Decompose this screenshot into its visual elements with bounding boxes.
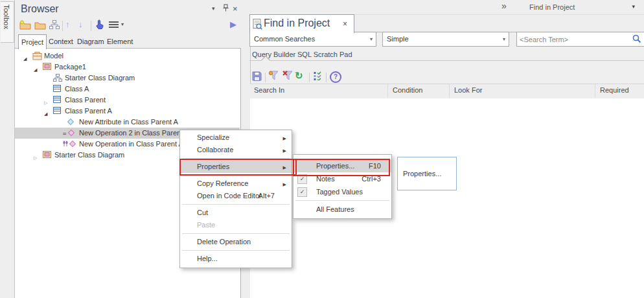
common-searches-select[interactable]: Common Searches ▾ xyxy=(249,32,376,47)
tree-item-model[interactable]: ◢ Model xyxy=(15,51,240,62)
refresh-icon[interactable]: ↻ xyxy=(295,70,303,82)
move-up-icon[interactable]: ↑ xyxy=(65,19,70,29)
class-icon xyxy=(53,85,61,92)
search-input[interactable] xyxy=(518,33,628,45)
close-icon[interactable]: × xyxy=(233,4,238,14)
menu-separator xyxy=(182,233,290,234)
tab-element[interactable]: Element xyxy=(107,38,133,45)
toolbar-separator xyxy=(62,21,63,31)
tab-diagram[interactable]: Diagram xyxy=(77,38,104,45)
submenu-arrow-icon: ▶ xyxy=(283,132,286,144)
menu-item-label: Paste xyxy=(197,221,215,229)
find-panel-header: » Find in Project ▾ xyxy=(249,0,644,15)
diagram-view-icon[interactable] xyxy=(49,20,60,29)
find-panel-header-title: Find in Project xyxy=(529,3,575,11)
browser-panel-title: Browser xyxy=(21,3,59,15)
tree-item-label: New Operation in Class Parent A xyxy=(79,139,183,150)
tree-item-new-attribute[interactable]: New Attribute in Class Parent A xyxy=(15,117,240,128)
open-folder-icon[interactable] xyxy=(34,20,46,30)
tab-find-in-project[interactable]: Find in Project × xyxy=(249,14,354,33)
search-mode-select[interactable]: Simple ▾ xyxy=(382,32,509,47)
model-icon xyxy=(32,52,42,60)
column-search-in[interactable]: Search In xyxy=(254,86,284,94)
tree-item-label: Package1 xyxy=(54,62,86,73)
validate-list-icon[interactable] xyxy=(314,71,323,80)
submenu-item-all-features[interactable]: All Features xyxy=(293,203,391,216)
column-divider xyxy=(449,84,450,98)
submenu-item-tagged-values[interactable]: ✓ Tagged Values xyxy=(293,185,391,198)
menu-item-specialize[interactable]: Specialize ▶ xyxy=(180,132,292,144)
tab-project[interactable]: Project xyxy=(18,34,47,49)
selected-value: Simple xyxy=(387,32,409,46)
tree-item-starter-class-diagram[interactable]: Starter Class Diagram xyxy=(15,73,240,84)
tooltip-label: Properties... xyxy=(403,170,441,178)
menu-item-label: Copy Reference xyxy=(197,179,249,187)
menu-item-label: Delete Operation xyxy=(197,238,251,246)
new-package-icon[interactable] xyxy=(19,20,31,30)
locate-hand-icon[interactable] xyxy=(95,19,105,30)
package-icon xyxy=(43,151,51,158)
toolbar-separator xyxy=(265,73,266,82)
tree-item-label: Class Parent xyxy=(65,95,106,106)
tab-sql-scratch-pad[interactable]: SQL Scratch Pad xyxy=(297,51,352,58)
tree-item-class-a[interactable]: Class A xyxy=(15,84,240,95)
submenu-arrow-icon: ▶ xyxy=(283,178,286,190)
hamburger-dropdown-icon[interactable]: ▾ xyxy=(121,21,124,27)
tree-item-label: Starter Class Diagram xyxy=(54,150,124,161)
menu-item-label: Tagged Values xyxy=(316,188,363,196)
help-icon[interactable]: ? xyxy=(330,71,341,83)
class-diagram-icon xyxy=(53,74,62,82)
pin-icon[interactable] xyxy=(222,4,229,12)
tab-title: Find in Project xyxy=(264,17,330,29)
tree-item-label: New Attribute in Class Parent A xyxy=(79,117,178,128)
menu-item-help[interactable]: Help... xyxy=(180,253,292,265)
column-required[interactable]: Required xyxy=(600,86,629,94)
expander-closed-icon[interactable]: ▷ xyxy=(34,152,37,163)
package-icon xyxy=(43,63,51,70)
menu-item-paste: Paste xyxy=(180,219,292,231)
operation-icon xyxy=(69,141,76,147)
tree-item-package1[interactable]: ◢ Package1 xyxy=(15,62,240,73)
menu-item-shortcut: Alt+7 xyxy=(259,190,275,202)
forward-play-icon[interactable]: ▶ xyxy=(230,19,236,29)
tree-item-class-parent-a[interactable]: ◢ Class Parent A xyxy=(15,106,240,117)
column-divider xyxy=(595,84,595,98)
menu-item-open-in-code-editor[interactable]: Open in Code Editor Alt+7 xyxy=(180,190,292,202)
move-down-icon[interactable]: ↓ xyxy=(78,19,83,29)
close-icon[interactable]: × xyxy=(343,19,347,29)
column-look-for[interactable]: Look For xyxy=(454,86,482,94)
menu-item-label: All Features xyxy=(316,205,354,213)
toolbar-separator xyxy=(326,73,327,82)
annotation-red-box-properties-submenu xyxy=(293,159,390,176)
operation-icon xyxy=(68,130,75,136)
tree-item-label: Model xyxy=(44,51,63,62)
toolbox-tab-label[interactable]: Toolbox xyxy=(3,5,10,29)
remove-filter-icon[interactable] xyxy=(282,71,293,81)
menu-item-label: Collaborate xyxy=(197,146,233,154)
save-icon[interactable] xyxy=(252,71,262,81)
hamburger-menu-icon[interactable] xyxy=(109,21,119,29)
tree-item-label: Class Parent A xyxy=(65,106,112,117)
tree-item-class-parent[interactable]: ▷ Class Parent xyxy=(15,95,240,106)
attribute-icon xyxy=(67,119,74,125)
menu-item-collaborate[interactable]: Collaborate ▶ xyxy=(180,144,292,156)
selected-value: Common Searches xyxy=(254,32,315,46)
chevron-double-icon[interactable]: » xyxy=(501,1,507,11)
checkmark-icon: ✓ xyxy=(297,187,307,197)
find-document-icon xyxy=(253,19,262,30)
column-condition[interactable]: Condition xyxy=(393,86,422,94)
tab-context[interactable]: Context xyxy=(49,38,73,45)
subtab-divider xyxy=(249,60,644,61)
application-window: Toolbox Browser ▾ × ↑ ↓ ▾ ▶ Project Cont… xyxy=(0,0,644,298)
add-filter-icon[interactable] xyxy=(268,71,279,81)
panel-dropdown-icon[interactable]: ▾ xyxy=(632,3,635,10)
submenu-arrow-icon: ▶ xyxy=(283,144,286,157)
search-icon[interactable] xyxy=(632,34,641,43)
menu-item-cut[interactable]: Cut xyxy=(180,207,292,219)
panel-menu-icon[interactable]: ▾ xyxy=(212,5,215,12)
search-term-box xyxy=(516,32,644,47)
menu-item-copy-reference[interactable]: Copy Reference ▶ xyxy=(180,178,292,190)
menu-item-label: Open in Code Editor xyxy=(197,192,262,200)
tab-query-builder[interactable]: Query Builder xyxy=(252,51,295,58)
menu-item-delete-operation[interactable]: Delete Operation xyxy=(180,236,292,248)
